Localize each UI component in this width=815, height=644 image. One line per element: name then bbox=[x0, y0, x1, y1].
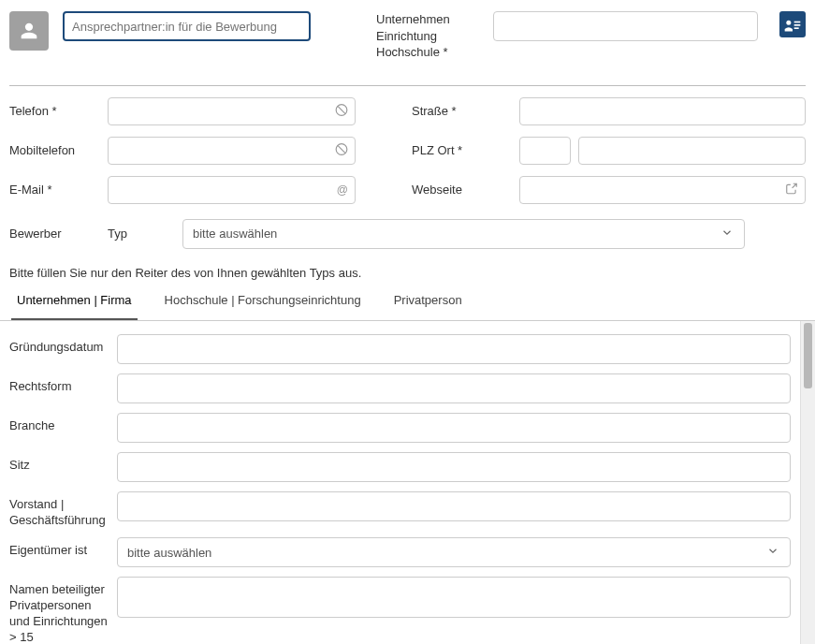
ort-input[interactable] bbox=[578, 137, 806, 165]
scrollbar-thumb[interactable] bbox=[804, 323, 812, 388]
vcard-button[interactable] bbox=[779, 11, 806, 37]
eigentuemer-label: Eigentümer ist bbox=[9, 537, 117, 559]
email-label: E-Mail * bbox=[9, 183, 108, 197]
svg-rect-4 bbox=[794, 27, 799, 29]
svg-point-1 bbox=[786, 21, 791, 25]
email-input[interactable] bbox=[108, 176, 356, 204]
mobil-label: Mobiltelefon bbox=[9, 143, 108, 157]
branche-input[interactable] bbox=[117, 413, 791, 443]
phone-block-icon-2 bbox=[335, 142, 348, 158]
company-label: Unternehmen Einrichtung Hochschule * bbox=[376, 11, 479, 61]
telefon-label: Telefon * bbox=[9, 104, 108, 118]
svg-line-8 bbox=[338, 145, 345, 153]
mobil-input[interactable] bbox=[108, 137, 356, 165]
scrollbar[interactable] bbox=[800, 321, 815, 644]
link-icon bbox=[785, 182, 798, 198]
namen-textarea[interactable] bbox=[117, 577, 791, 618]
vorstand-label: Vorstand | Geschäftsführung bbox=[9, 491, 117, 529]
plzort-label: PLZ Ort * bbox=[412, 143, 519, 157]
hint-text: Bitte füllen Sie nur den Reiter des von … bbox=[0, 249, 815, 293]
plz-input[interactable] bbox=[519, 137, 571, 165]
webseite-input[interactable] bbox=[519, 176, 806, 204]
svg-rect-2 bbox=[794, 22, 801, 23]
vcard-icon bbox=[783, 17, 802, 32]
person-icon bbox=[20, 22, 38, 40]
typ-select[interactable]: bitte auswählen bbox=[182, 219, 745, 249]
svg-rect-3 bbox=[794, 24, 801, 26]
tab-unternehmen[interactable]: Unternehmen | Firma bbox=[17, 293, 132, 313]
contact-person-input[interactable] bbox=[63, 11, 311, 41]
tab-privatperson[interactable]: Privatperson bbox=[394, 293, 462, 313]
typ-label: Typ bbox=[108, 227, 182, 241]
sitz-label: Sitz bbox=[9, 452, 117, 474]
branche-label: Branche bbox=[9, 413, 117, 434]
svg-line-6 bbox=[338, 106, 345, 113]
divider bbox=[9, 85, 806, 86]
phone-block-icon bbox=[335, 103, 348, 119]
webseite-label: Webseite bbox=[412, 183, 519, 197]
tabs: Unternehmen | Firma Hochschule | Forschu… bbox=[0, 293, 815, 321]
rechtsform-input[interactable] bbox=[117, 373, 791, 403]
bewerber-label: Bewerber bbox=[9, 227, 108, 241]
namen-label: Namen beteiligter Privatpersonen und Ein… bbox=[9, 577, 117, 644]
company-input[interactable] bbox=[493, 11, 758, 41]
strasse-label: Straße * bbox=[412, 104, 519, 118]
telefon-input[interactable] bbox=[108, 97, 356, 125]
sitz-input[interactable] bbox=[117, 452, 791, 482]
eigentuemer-select[interactable]: bitte auswählen bbox=[117, 537, 791, 567]
avatar-placeholder bbox=[9, 11, 49, 51]
gruendung-label: Gründungsdatum bbox=[9, 334, 117, 356]
tab-hochschule[interactable]: Hochschule | Forschungseinrichtung bbox=[165, 293, 361, 313]
gruendung-input[interactable] bbox=[117, 334, 791, 364]
vorstand-input[interactable] bbox=[117, 491, 791, 521]
at-icon: @ bbox=[337, 183, 348, 197]
strasse-input[interactable] bbox=[519, 97, 806, 125]
rechtsform-label: Rechtsform bbox=[9, 373, 117, 395]
